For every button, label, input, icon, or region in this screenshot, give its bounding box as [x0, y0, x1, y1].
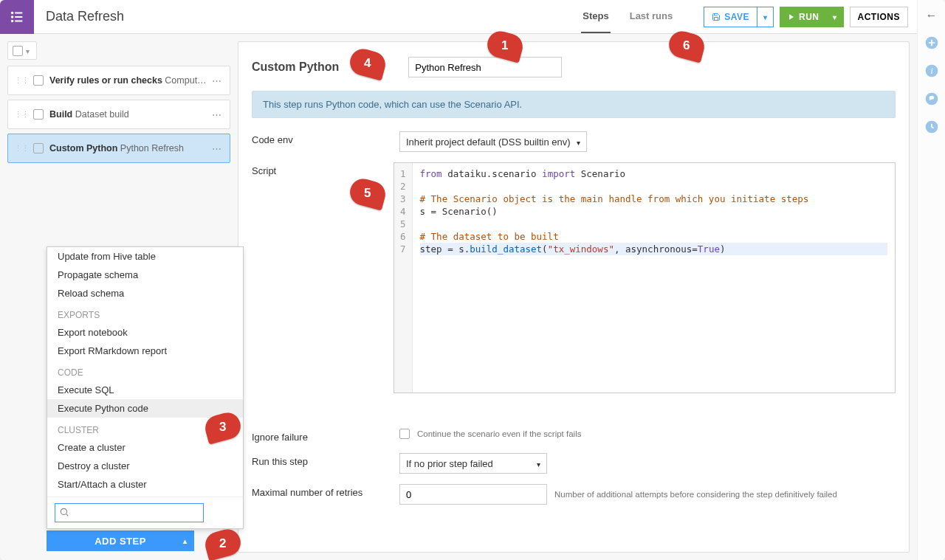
- save-dropdown[interactable]: [757, 7, 774, 27]
- select-all-checkbox[interactable]: [13, 46, 23, 56]
- label-run-this-step: Run this step: [252, 453, 399, 467]
- search-icon: [59, 507, 69, 519]
- code-editor[interactable]: 1234567 from dataiku.scenario import Sce…: [394, 162, 896, 393]
- select-all-dropdown[interactable]: [7, 41, 37, 60]
- history-circle-icon[interactable]: [924, 120, 939, 134]
- svg-line-8: [66, 514, 69, 516]
- dropdown-item[interactable]: Update from Hive table: [47, 247, 243, 266]
- dropdown-item[interactable]: Start/Attach a cluster: [47, 475, 243, 494]
- svg-text:i: i: [930, 66, 932, 76]
- max-retries-input[interactable]: [399, 484, 547, 505]
- dropdown-group-label: CODE: [47, 360, 243, 381]
- max-retries-hint: Number of additional attempts before con…: [554, 490, 837, 499]
- step-item-build[interactable]: ⋮⋮ Build Dataset build ⋯: [7, 100, 230, 129]
- add-step-button[interactable]: ADD STEP▴: [47, 530, 194, 551]
- drag-handle-icon[interactable]: ⋮⋮: [14, 110, 29, 120]
- label-max-retries: Maximal number of retries: [252, 484, 399, 498]
- dropdown-item[interactable]: Reload schema: [47, 284, 243, 303]
- label-ignore-failure: Ignore failure: [252, 429, 399, 443]
- ignore-failure-hint: Continue the scenario even if the script…: [417, 429, 581, 438]
- step-checkbox[interactable]: [33, 109, 44, 120]
- step-menu-icon[interactable]: ⋯: [210, 109, 224, 120]
- chat-circle-icon[interactable]: [924, 91, 939, 106]
- svg-marker-6: [789, 14, 794, 20]
- info-banner: This step runs Python code, which can us…: [252, 91, 896, 118]
- step-detail-panel: Custom Python This step runs Python code…: [238, 41, 910, 553]
- code-gutter: 1234567: [394, 163, 413, 393]
- collapse-arrow-icon[interactable]: ←: [926, 9, 938, 22]
- add-step-dropdown: Update from Hive tablePropagate schemaRe…: [47, 246, 244, 529]
- label-script: Script: [252, 162, 394, 176]
- drag-handle-icon[interactable]: ⋮⋮: [14, 144, 29, 153]
- svg-point-2: [12, 16, 13, 18]
- dropdown-search-input[interactable]: [55, 503, 204, 522]
- add-circle-icon[interactable]: [924, 35, 939, 50]
- svg-point-0: [12, 12, 13, 13]
- step-item-custom-python[interactable]: ⋮⋮ Custom Python Python Refresh ⋯: [7, 134, 230, 163]
- drag-handle-icon[interactable]: ⋮⋮: [14, 76, 29, 86]
- step-label: Build Dataset build: [49, 109, 210, 120]
- tab-last-runs[interactable]: Last runs: [628, 0, 675, 33]
- dropdown-group-label: EXPORTS: [47, 303, 243, 323]
- code-env-select[interactable]: Inherit project default (DSS builtin env…: [399, 131, 587, 152]
- run-dropdown[interactable]: [828, 7, 844, 27]
- dropdown-item[interactable]: Export notebook: [47, 323, 243, 342]
- page-title: Data Refresh: [34, 9, 136, 24]
- code-content[interactable]: from dataiku.scenario import Scenario # …: [413, 163, 895, 393]
- save-button[interactable]: SAVE: [704, 7, 757, 27]
- dropdown-item[interactable]: Execute Python code: [47, 399, 243, 418]
- info-circle-icon[interactable]: i: [924, 63, 939, 78]
- step-checkbox[interactable]: [33, 75, 44, 86]
- step-name-input[interactable]: [408, 57, 562, 77]
- svg-point-4: [12, 20, 13, 21]
- run-button[interactable]: RUN: [780, 7, 828, 27]
- svg-point-7: [61, 508, 66, 514]
- tabs: Steps Last runs: [581, 0, 674, 33]
- run-condition-select[interactable]: If no prior step failed: [399, 453, 547, 474]
- right-rail: ← i: [917, 0, 945, 560]
- step-checkbox[interactable]: [33, 143, 44, 153]
- tab-steps[interactable]: Steps: [581, 0, 610, 33]
- step-menu-icon[interactable]: ⋯: [210, 143, 224, 154]
- panel-title: Custom Python: [252, 61, 339, 74]
- step-label: Custom Python Python Refresh: [49, 143, 210, 153]
- step-menu-icon[interactable]: ⋯: [210, 75, 224, 86]
- dropdown-item[interactable]: Destroy a cluster: [47, 457, 243, 475]
- ignore-failure-checkbox[interactable]: [399, 429, 410, 439]
- step-item-verify[interactable]: ⋮⋮ Verify rules or run checks Comput… ⋯: [7, 66, 230, 95]
- actions-button[interactable]: ACTIONS: [850, 7, 909, 27]
- dropdown-item[interactable]: Export RMarkdown report: [47, 342, 243, 360]
- dropdown-item[interactable]: Execute SQL: [47, 381, 243, 399]
- top-header: Data Refresh Steps Last runs SAVE R: [0, 0, 917, 34]
- dropdown-item[interactable]: Propagate schema: [47, 266, 243, 284]
- label-code-env: Code env: [252, 131, 399, 145]
- step-label: Verify rules or run checks Comput…: [49, 75, 210, 86]
- menu-icon[interactable]: [0, 0, 34, 34]
